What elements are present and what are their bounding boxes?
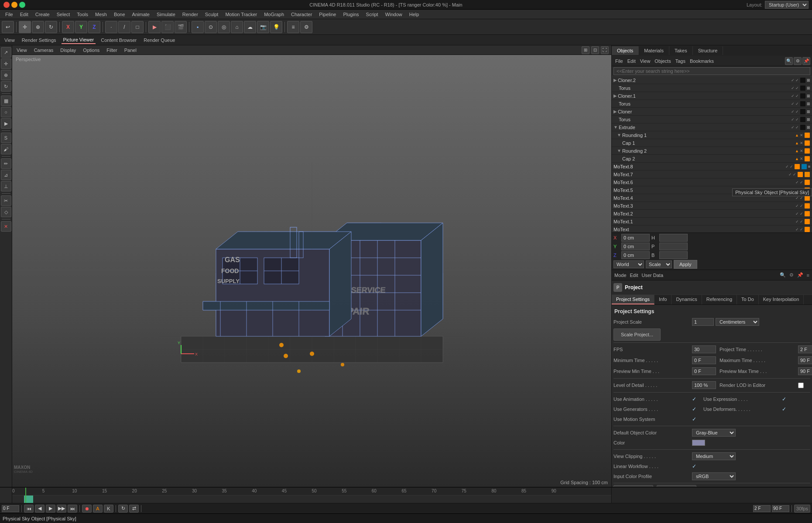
menu-create[interactable]: Create — [32, 11, 53, 18]
scene-btn[interactable]: ☁ — [244, 21, 256, 33]
tab-picture-viewer[interactable]: Picture Viewer — [62, 36, 96, 44]
lt-cut-btn[interactable]: ✂ — [1, 195, 11, 206]
record-btn[interactable]: ⏺ — [82, 505, 92, 513]
apply-button[interactable]: Apply — [674, 260, 697, 269]
render-lod-checkbox[interactable] — [798, 383, 804, 388]
list-item[interactable]: ▼ Extrude ✓ ✓ ⊞ — [612, 123, 812, 131]
list-item[interactable]: Cap 2 ▲ ✕ — [612, 155, 812, 163]
vp-display[interactable]: Display — [58, 47, 78, 54]
obj-toolbar-file[interactable]: File — [613, 58, 625, 64]
nurbs-btn[interactable]: ◎ — [218, 21, 230, 33]
obj-search-icon[interactable]: 🔍 — [785, 57, 793, 65]
ping-pong-btn[interactable]: ⇄ — [129, 505, 139, 513]
layout-dropdown[interactable]: Startup (User) — [765, 1, 809, 9]
default-color-dropdown[interactable]: Gray-Blue — [692, 429, 736, 437]
xpresso-btn[interactable]: ⚙ — [300, 21, 312, 33]
scale-input[interactable] — [692, 318, 714, 326]
vp-panel[interactable]: Panel — [123, 47, 138, 54]
tab-view[interactable]: View — [3, 37, 17, 44]
lt-mirror-btn[interactable]: ⊥ — [1, 181, 11, 191]
tab-materials[interactable]: Materials — [639, 46, 669, 55]
go-start-btn[interactable]: ⏮ — [24, 505, 34, 513]
y-axis-btn[interactable]: Y — [75, 21, 87, 33]
menu-sculpt[interactable]: Sculpt — [202, 11, 222, 18]
x-axis-btn[interactable]: X — [62, 21, 74, 33]
list-item[interactable]: ▶ Cloner.1 ✓ ✓ ⊞ — [612, 92, 812, 100]
viewport-canvas[interactable]: Perspective — [12, 55, 611, 487]
x-coord-input[interactable] — [621, 234, 650, 242]
list-item[interactable]: ▼ Rounding 2 ▲ ✕ — [612, 147, 812, 155]
list-item[interactable]: MoText.6 ✓ ✓ — [612, 178, 812, 186]
tab-render-settings[interactable]: Render Settings — [20, 37, 58, 44]
start-frame-input[interactable] — [753, 505, 771, 512]
tab-objects[interactable]: Objects — [612, 46, 639, 55]
obj-toolbar-tags[interactable]: Tags — [674, 58, 687, 64]
scale-unit-dropdown[interactable]: Centimeters — [716, 318, 759, 326]
vp-icon2[interactable]: ⊡ — [591, 46, 599, 54]
max-time-input[interactable] — [798, 356, 812, 364]
z-axis-btn[interactable]: Z — [88, 21, 100, 33]
menu-motion-tracker[interactable]: Motion Tracker — [222, 11, 260, 18]
tab-info[interactable]: Info — [654, 295, 672, 304]
list-item[interactable]: Cap 1 ▲ ✕ — [612, 139, 812, 147]
key-btn[interactable]: K — [104, 505, 113, 513]
user-data-btn[interactable]: User Data — [642, 273, 664, 278]
loop-btn[interactable]: ↻ — [118, 505, 128, 513]
render3-btn[interactable]: 🎬 — [175, 21, 187, 33]
vp-options[interactable]: Options — [81, 47, 101, 54]
lt-anim-btn[interactable]: ▶ — [1, 118, 11, 129]
color-swatch[interactable] — [692, 440, 705, 446]
menu-plugins[interactable]: Plugins — [339, 11, 362, 18]
lt-bevel-btn[interactable]: ◇ — [1, 207, 11, 217]
view-clip-dropdown[interactable]: Medium — [692, 452, 736, 460]
edit-btn[interactable]: Edit — [630, 273, 638, 278]
lt-paint-btn[interactable]: 🖌 — [1, 144, 11, 154]
camera2-btn[interactable]: 📷 — [257, 21, 269, 33]
lt-model-btn[interactable]: ▦ — [1, 96, 11, 106]
maximize-button[interactable] — [19, 2, 25, 8]
next-frame-btn[interactable]: ▶▶ — [57, 505, 66, 513]
auto-key-btn[interactable]: A — [93, 505, 103, 513]
menu-animate[interactable]: Animate — [129, 11, 153, 18]
min-time-input[interactable] — [692, 356, 716, 364]
lt-scale-btn[interactable]: ⊕ — [1, 70, 11, 80]
deform-btn[interactable]: ⌂ — [231, 21, 243, 33]
play-btn[interactable]: ▶ — [46, 505, 55, 513]
tab-todo[interactable]: To Do — [737, 295, 759, 304]
obj-toolbar-view[interactable]: View — [638, 58, 652, 64]
end-frame-input[interactable] — [772, 505, 789, 512]
vp-view[interactable]: View — [15, 47, 29, 54]
attrs-icon2[interactable]: ⚙ — [789, 272, 794, 278]
vp-icon1[interactable]: ⊞ — [582, 46, 589, 54]
input-color-dropdown[interactable]: sRGB — [692, 472, 736, 480]
menu-pipeline[interactable]: Pipeline — [315, 11, 339, 18]
hair-btn[interactable]: ≡ — [287, 21, 299, 33]
menu-mograph[interactable]: MoGraph — [260, 11, 288, 18]
list-item[interactable]: Torus ✓ ✓ ⊞ — [612, 116, 812, 123]
vp-icon3[interactable]: ⛶ — [601, 46, 609, 54]
list-item[interactable]: MoText ✓ ✓ — [612, 226, 812, 232]
light-btn[interactable]: 💡 — [270, 21, 282, 33]
lt-magnet-btn[interactable]: ⊿ — [1, 170, 11, 180]
menu-mesh[interactable]: Mesh — [92, 11, 110, 18]
lt-pen-btn[interactable]: ✏ — [1, 158, 11, 169]
tab-key-interpolation[interactable]: Key Interpolation — [759, 295, 804, 304]
scale-project-button[interactable]: Scale Project... — [613, 328, 661, 341]
list-item[interactable]: ▼ Rounding 1 ▲ ✕ — [612, 131, 812, 139]
objects-list[interactable]: ▶ Cloner.2 ✓ ✓ ⊞ Torus ✓ ✓ — [612, 76, 812, 232]
fps-input[interactable] — [692, 345, 716, 353]
scale-btn[interactable]: ⊕ — [32, 21, 44, 33]
move-btn[interactable]: ✛ — [19, 21, 31, 33]
lt-rotate-btn[interactable]: ↻ — [1, 81, 11, 92]
spline-btn[interactable]: ⊙ — [205, 21, 217, 33]
lt-snap-btn[interactable]: S — [1, 133, 11, 143]
points-btn[interactable]: · — [105, 21, 117, 33]
tab-render-queue[interactable]: Render Queue — [142, 37, 177, 44]
vp-filter[interactable]: Filter — [105, 47, 119, 54]
edges-btn[interactable]: / — [118, 21, 130, 33]
tab-referencing[interactable]: Referencing — [702, 295, 737, 304]
list-item[interactable]: Torus ✓ ✓ ⊞ — [612, 84, 812, 92]
menu-bone[interactable]: Bone — [110, 11, 129, 18]
lt-x-btn[interactable]: ✕ — [1, 221, 11, 232]
cube-btn[interactable]: ▪ — [192, 21, 204, 33]
